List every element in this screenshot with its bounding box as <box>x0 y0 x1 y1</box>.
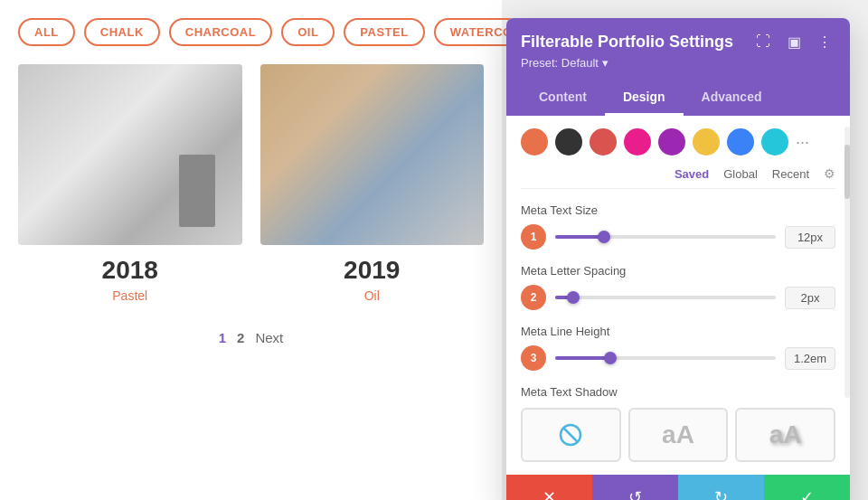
page-1[interactable]: 1 <box>219 330 226 345</box>
panel-tabs: Content Design Advanced <box>521 80 835 116</box>
panel-scrollbar[interactable] <box>844 127 850 398</box>
panel-scrollbar-thumb <box>844 145 850 199</box>
setting-meta-line-height: Meta Line Height 3 1.2em <box>521 325 835 371</box>
shadow-shadow-option[interactable]: aA <box>735 408 835 462</box>
slider-number-3: 3 <box>521 345 546 371</box>
panel-body: ··· Saved Global Recent ⚙ Meta Text Size… <box>506 116 850 475</box>
portfolio-year-2: 2019 <box>260 256 485 285</box>
swatch-purple[interactable] <box>658 128 685 156</box>
portfolio-year-1: 2018 <box>18 256 242 285</box>
page-next[interactable]: Next <box>255 330 283 345</box>
swatch-blue[interactable] <box>727 128 754 156</box>
filter-bar: ALL CHALK CHARCOAL OIL PASTEL WATERCOLOR <box>18 18 484 46</box>
action-bar: ✕ ↺ ↻ ✓ <box>506 475 850 500</box>
shadow-none-option[interactable] <box>521 408 621 462</box>
filter-charcoal[interactable]: CHARCOAL <box>169 18 272 46</box>
setting-meta-text-size: Meta Text Size 1 12px <box>521 203 835 250</box>
shadow-shadow-text: aA <box>769 420 802 449</box>
action-delete[interactable]: ✕ <box>506 475 592 500</box>
preset-tab-saved[interactable]: Saved <box>675 167 709 181</box>
meta-letter-spacing-track[interactable] <box>555 296 776 299</box>
panel-header: Filterable Portfolio Settings ⛶ ▣ ⋮ Pres… <box>506 18 850 116</box>
meta-letter-spacing-value[interactable]: 2px <box>785 287 835 309</box>
meta-text-size-track[interactable] <box>555 235 776 239</box>
meta-line-height-label: Meta Line Height <box>521 325 835 338</box>
panel-header-icons: ⛶ ▣ ⋮ <box>752 31 835 52</box>
preset-tab-global[interactable]: Global <box>723 167 758 181</box>
meta-line-height-track[interactable] <box>555 356 776 360</box>
meta-text-size-value[interactable]: 12px <box>785 226 835 249</box>
tab-content[interactable]: Content <box>521 80 605 116</box>
portfolio-category-1: Pastel <box>18 288 242 303</box>
settings-panel: Filterable Portfolio Settings ⛶ ▣ ⋮ Pres… <box>506 18 850 500</box>
filter-oil[interactable]: OIL <box>281 18 335 46</box>
action-undo[interactable]: ↺ <box>592 475 678 500</box>
color-swatches: ··· <box>521 128 835 156</box>
swatch-orange[interactable] <box>521 128 548 156</box>
meta-text-size-fill <box>555 235 604 239</box>
meta-text-size-label: Meta Text Size <box>521 203 835 217</box>
meta-line-height-slider-row: 3 1.2em <box>521 345 835 371</box>
svg-line-1 <box>563 428 578 442</box>
swatch-yellow[interactable] <box>693 128 720 156</box>
shadow-label: Meta Text Shadow <box>521 385 835 399</box>
shadow-none-icon <box>558 422 583 448</box>
shadow-flat-text: aA <box>662 420 694 449</box>
portfolio-image-1 <box>18 64 242 245</box>
panel-preset[interactable]: Preset: Default ▾ <box>521 56 835 70</box>
tab-advanced[interactable]: Advanced <box>684 80 780 116</box>
swatch-dark[interactable] <box>555 128 582 156</box>
shadow-options: aA aA <box>521 408 835 462</box>
preset-subtabs: Saved Global Recent ⚙ <box>521 166 835 189</box>
more-icon[interactable]: ⋮ <box>814 31 835 52</box>
meta-line-height-value[interactable]: 1.2em <box>785 347 835 370</box>
filter-all[interactable]: ALL <box>18 18 75 46</box>
panel-title-row: Filterable Portfolio Settings ⛶ ▣ ⋮ <box>521 31 835 52</box>
layout-icon[interactable]: ▣ <box>783 31 805 52</box>
meta-letter-spacing-label: Meta Letter Spacing <box>521 264 835 278</box>
filter-pastel[interactable]: PASTEL <box>344 18 424 46</box>
meta-line-height-thumb[interactable] <box>604 352 617 364</box>
page-2[interactable]: 2 <box>237 330 244 345</box>
meta-letter-spacing-slider-row: 2 2px <box>521 285 835 310</box>
slider-number-2: 2 <box>521 285 546 310</box>
pagination: 1 2 Next <box>18 330 484 345</box>
swatch-red[interactable] <box>590 128 617 156</box>
swatch-more[interactable]: ··· <box>796 133 809 152</box>
portfolio-grid: 2018 Pastel 2019 Oil <box>18 64 484 303</box>
portfolio-image-2 <box>260 64 485 245</box>
meta-text-size-slider-row: 1 12px <box>521 224 835 250</box>
preset-tab-recent[interactable]: Recent <box>772 167 809 181</box>
shadow-section: Meta Text Shadow aA aA <box>521 385 835 462</box>
portfolio-item-2[interactable]: 2019 Oil <box>260 64 485 303</box>
preset-gear-icon[interactable]: ⚙ <box>824 166 835 181</box>
portfolio-area: ALL CHALK CHARCOAL OIL PASTEL WATERCOLOR… <box>0 0 502 500</box>
panel-title: Filterable Portfolio Settings <box>521 33 733 52</box>
meta-line-height-fill <box>555 356 610 360</box>
swatch-teal[interactable] <box>761 128 788 156</box>
action-redo[interactable]: ↻ <box>678 475 764 500</box>
slider-number-1: 1 <box>521 224 546 250</box>
meta-text-size-thumb[interactable] <box>598 231 610 243</box>
action-save[interactable]: ✓ <box>764 475 850 500</box>
portfolio-item-1[interactable]: 2018 Pastel <box>18 64 242 303</box>
setting-meta-letter-spacing: Meta Letter Spacing 2 2px <box>521 264 835 310</box>
meta-letter-spacing-thumb[interactable] <box>567 291 580 304</box>
portfolio-category-2: Oil <box>260 288 485 303</box>
shadow-flat-option[interactable]: aA <box>628 408 729 462</box>
expand-icon[interactable]: ⛶ <box>752 31 774 52</box>
tab-design[interactable]: Design <box>605 80 684 116</box>
filter-chalk[interactable]: CHALK <box>84 18 160 46</box>
swatch-pink[interactable] <box>624 128 651 156</box>
